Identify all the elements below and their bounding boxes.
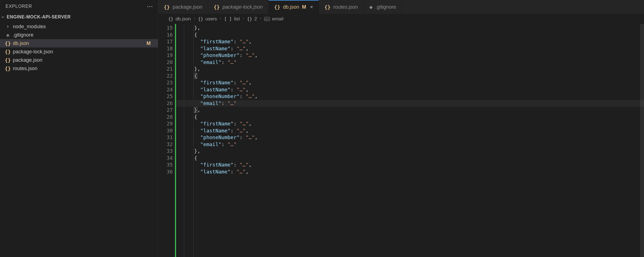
tab-label: .gitignore [376,4,396,10]
code-line[interactable]: "email": "…" [176,100,644,107]
project-name: ENGINE-MOCK-API-SERVER [7,15,71,20]
line-number: 36 [158,168,175,175]
gitignore-icon: ◆ [369,4,373,10]
line-number: 34 [158,155,175,162]
breadcrumb-segment[interactable]: email [272,16,283,22]
line-number: 23 [158,79,175,86]
json-icon: {} [5,57,11,63]
tab[interactable]: ◆.gitignore [364,0,402,14]
line-number: 30 [158,127,175,134]
line-number: 22 [158,73,175,80]
line-number: 27 [158,107,175,114]
chevron-right-icon [5,25,11,28]
close-icon[interactable]: × [310,4,313,10]
line-number: 32 [158,141,175,148]
modified-badge: M [146,41,158,46]
breadcrumb-separator [259,16,262,22]
code-line[interactable]: "lastName": "…", [176,86,644,93]
code-content[interactable]: }, { "firstName": "…", "lastName": "…", … [176,24,644,257]
breadcrumb-separator [242,16,245,22]
string-field-icon: abc [264,17,270,21]
folder-row[interactable]: node_modules [0,22,158,31]
line-number: 24 [158,86,175,93]
code-line[interactable]: "firstName": "…", [176,120,644,127]
file-row[interactable]: {}db.jsonM [0,39,158,47]
file-row[interactable]: {}routes.json [0,64,158,73]
line-number: 33 [158,148,175,155]
breadcrumb-separator [219,16,222,22]
code-line[interactable]: }, [176,107,644,114]
line-number: 16 [158,32,175,39]
breadcrumb-segment[interactable]: list [234,16,240,22]
code-line[interactable]: { [176,73,644,80]
breadcrumb[interactable]: {}db.json{}users[ ]list{}2abcemail [158,14,644,24]
tab[interactable]: {}db.jsonM× [269,0,319,14]
file-name: .gitignore [13,32,158,38]
line-number: 25 [158,93,175,100]
object-icon: {} [247,16,252,22]
code-line[interactable]: "lastName": "…", [176,45,644,52]
tab[interactable]: {}package.json [158,0,208,14]
explorer-sidebar: EXPLORER ⋯ ENGINE-MOCK-API-SERVER node_m… [0,0,158,257]
code-line[interactable]: }, [176,66,644,73]
code-line[interactable]: { [176,114,644,121]
code-line[interactable]: "email": "…" [176,141,644,148]
file-row[interactable]: {}package-lock.json [0,47,158,56]
breadcrumb-segment[interactable]: db.json [176,16,191,22]
code-line[interactable]: }, [176,25,644,32]
file-name: package.json [13,57,158,63]
file-row[interactable]: ◆.gitignore [0,31,158,39]
code-line[interactable]: }, [176,148,644,155]
breadcrumb-separator [193,16,196,22]
file-name: db.json [13,41,144,46]
tab-label: db.json [283,4,299,10]
json-icon: {} [214,4,220,10]
breadcrumb-segment[interactable]: 2 [254,16,257,22]
tab-label: package-lock.json [222,4,263,10]
code-line[interactable]: "lastName": "…", [176,168,644,175]
line-number: 29 [158,120,175,127]
code-editor[interactable]: 1516171819202122232425262728293031323334… [158,24,644,257]
code-line[interactable]: "phoneNumber": "…", [176,52,644,59]
line-number-gutter: 1516171819202122232425262728293031323334… [158,24,175,257]
code-line[interactable]: "firstName": "…", [176,161,644,168]
chevron-down-icon [1,15,5,19]
file-name: routes.json [13,66,158,72]
json-icon: {} [274,4,280,10]
editor-area: {}package.json{}package-lock.json{}db.js… [158,0,644,257]
file-name: package-lock.json [13,49,158,55]
object-icon: {} [198,16,203,22]
json-icon: {} [5,66,11,72]
breadcrumb-segment[interactable]: users [205,16,217,22]
json-icon: {} [325,4,331,10]
line-number: 15 [158,25,175,32]
file-row[interactable]: {}package.json [0,56,158,64]
line-number: 28 [158,114,175,121]
tab[interactable]: {}routes.json [319,0,364,14]
line-number: 17 [158,38,175,45]
file-tree: node_modules◆.gitignore{}db.jsonM{}packa… [0,21,158,73]
code-line[interactable]: "phoneNumber": "…", [176,93,644,100]
tab-label: routes.json [333,4,358,10]
line-number: 35 [158,161,175,168]
code-line[interactable]: "firstName": "…", [176,38,644,45]
code-line[interactable]: { [176,155,644,162]
more-actions-icon[interactable]: ⋯ [147,5,153,8]
code-line[interactable]: { [176,32,644,39]
scrollbar[interactable] [640,24,644,257]
tab-strip: {}package.json{}package-lock.json{}db.js… [158,0,644,14]
code-line[interactable]: "email": "…" [176,59,644,66]
line-number: 31 [158,134,175,141]
project-root[interactable]: ENGINE-MOCK-API-SERVER [0,13,158,21]
object-icon: {} [168,16,173,22]
code-line[interactable]: "firstName": "…", [176,79,644,86]
line-number: 20 [158,59,175,66]
code-line[interactable]: "lastName": "…", [176,127,644,134]
json-icon: {} [5,49,11,55]
code-line[interactable]: "phoneNumber": "…", [176,134,644,141]
array-icon: [ ] [224,16,232,22]
tab[interactable]: {}package-lock.json [208,0,269,14]
gitignore-icon: ◆ [5,32,11,38]
json-icon: {} [164,4,170,10]
line-number: 18 [158,45,175,52]
